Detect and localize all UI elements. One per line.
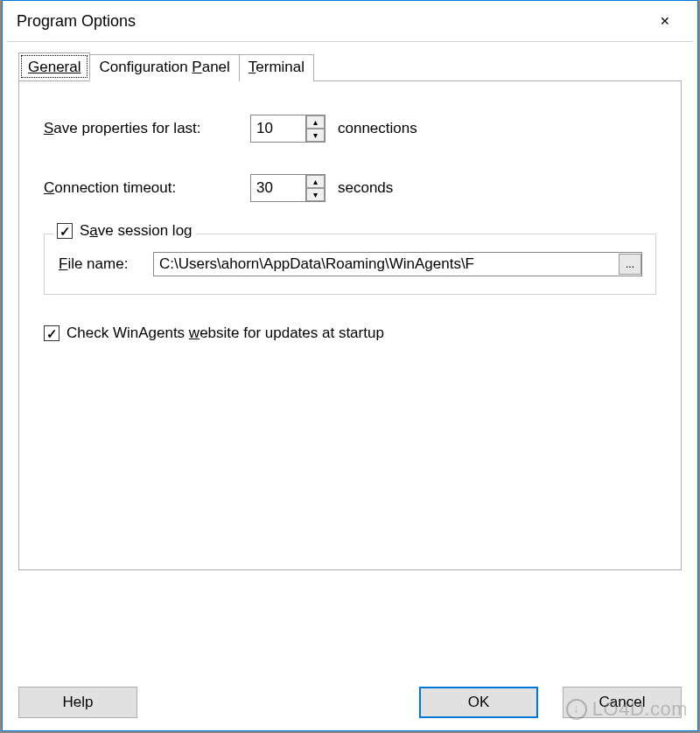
download-icon <box>566 699 587 720</box>
help-button[interactable]: Help <box>18 687 137 718</box>
row-connection-timeout: Connection timeout: seconds <box>44 174 656 202</box>
suffix-seconds: seconds <box>338 179 393 197</box>
spinbox-save-properties <box>250 115 326 143</box>
titlebar: Program Options <box>3 1 697 41</box>
row-file-name: File name: ... <box>59 252 641 276</box>
window-title: Program Options <box>17 12 136 31</box>
suffix-connections: connections <box>338 120 417 137</box>
groupbox-session-log: Save session log File name: ... <box>44 234 656 295</box>
spin-up-icon[interactable] <box>306 175 325 188</box>
label-save-properties: Save properties for last: <box>44 120 250 137</box>
spin-down-icon[interactable] <box>306 188 325 201</box>
tab-general[interactable]: General <box>18 52 90 80</box>
close-button[interactable] <box>647 9 683 33</box>
tab-configuration-panel[interactable]: Configuration Panel <box>89 54 239 81</box>
spin-buttons <box>305 175 325 201</box>
browse-button[interactable]: ... <box>619 254 641 275</box>
save-properties-input[interactable] <box>251 115 305 142</box>
spin-up-icon[interactable] <box>306 115 325 129</box>
checkbox-check-updates[interactable]: Check WinAgents website for updates at s… <box>44 325 656 342</box>
label-connection-timeout: Connection timeout: <box>44 179 250 197</box>
label-file-name: File name: <box>59 255 153 273</box>
ok-button[interactable]: OK <box>419 687 538 718</box>
file-name-input[interactable] <box>153 252 642 276</box>
spin-down-icon[interactable] <box>306 129 325 142</box>
spin-buttons <box>305 115 325 142</box>
checkmark-icon <box>57 223 73 239</box>
tab-row: General Configuration Panel Terminal <box>18 54 682 81</box>
checkmark-icon <box>44 325 60 341</box>
row-save-properties: Save properties for last: connections <box>44 115 656 143</box>
tab-panel-general: Save properties for last: connections Co… <box>18 80 682 570</box>
dialog-window: Program Options General Configuration Pa… <box>2 0 698 731</box>
content-area: General Configuration Panel Terminal Sav… <box>3 42 697 571</box>
connection-timeout-input[interactable] <box>251 175 305 201</box>
tab-terminal[interactable]: Terminal <box>239 54 314 81</box>
watermark: LO4D.com <box>566 698 688 721</box>
checkbox-save-session-log[interactable]: Save session log <box>53 222 196 240</box>
spinbox-connection-timeout <box>250 174 326 202</box>
